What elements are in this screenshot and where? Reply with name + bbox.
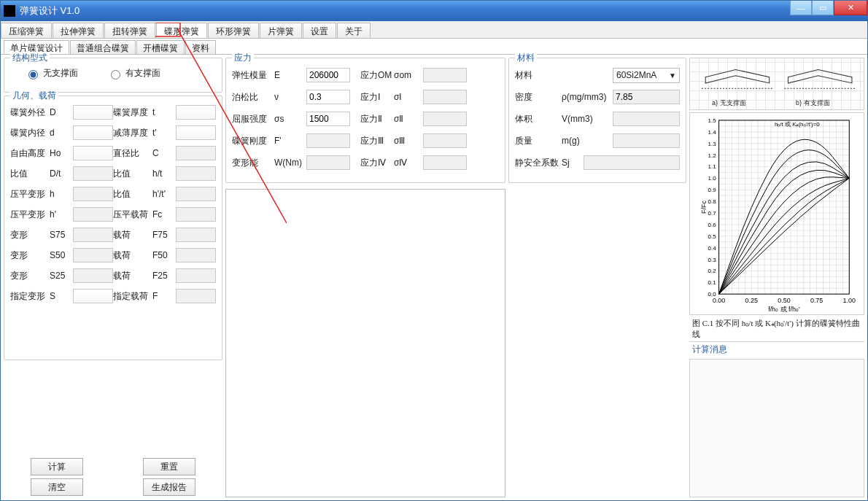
radio-with-support[interactable]: 有支撑面 xyxy=(107,67,160,79)
tab-torsion[interactable]: 扭转弹簧 xyxy=(104,23,155,38)
geom-label: 指定变形 xyxy=(10,290,47,303)
geom-input-d[interactable] xyxy=(73,125,113,140)
geom-input-h/t xyxy=(176,166,216,181)
close-button[interactable]: ✕ xyxy=(834,1,867,15)
svg-text:0.6: 0.6 xyxy=(708,222,717,228)
geom-input-t'[interactable] xyxy=(176,125,216,140)
geom-symbol: h/t xyxy=(152,168,173,179)
tab-ring[interactable]: 环形弹簧 xyxy=(208,23,259,38)
geom-symbol: t' xyxy=(152,128,173,138)
clear-button[interactable]: 清空 xyxy=(31,478,83,496)
geom-input-h xyxy=(73,187,113,201)
svg-text:0.9: 0.9 xyxy=(708,187,717,193)
message-title: 计算消息 xyxy=(689,342,864,357)
geom-input-S50 xyxy=(73,248,113,263)
stress-symbol: ν xyxy=(274,92,303,102)
geom-label: 压平变形 xyxy=(10,188,47,201)
geom-symbol: h' xyxy=(50,209,70,220)
svg-text:0.4: 0.4 xyxy=(708,245,717,252)
geom-symbol: S25 xyxy=(50,271,70,281)
reset-button[interactable]: 重置 xyxy=(143,458,195,475)
stress-input-F' xyxy=(306,133,350,148)
geom-label: 减薄厚度 xyxy=(113,127,150,139)
safety-symbol: Sj xyxy=(562,158,581,168)
subtab-slotted[interactable]: 开槽碟簧 xyxy=(136,40,185,54)
geom-input-F50 xyxy=(176,248,216,263)
stress-label: 变形能 xyxy=(232,157,271,169)
geom-input-h'/t' xyxy=(176,187,216,201)
subtab-reference[interactable]: 资料 xyxy=(185,40,216,54)
stress-input-E[interactable] xyxy=(306,68,350,82)
radio-no-support[interactable]: 无支撑面 xyxy=(25,67,78,79)
geom-label: 比值 xyxy=(113,168,150,180)
maximize-button[interactable]: ▭ xyxy=(812,1,834,15)
stress-output-σⅡ xyxy=(423,112,467,126)
density-input[interactable] xyxy=(613,90,680,104)
volume-unit: V(mm3) xyxy=(562,114,610,124)
titlebar: 弹簧设计 V1.0 — ▭ ✕ xyxy=(1,1,867,21)
svg-text:h₀/t 或 K₄(h₀'/t')=0: h₀/t 或 K₄(h₀'/t')=0 xyxy=(775,121,820,128)
mass-input xyxy=(613,133,680,148)
geom-input-D/t xyxy=(73,166,113,181)
tab-compression[interactable]: 压缩弹簧 xyxy=(1,23,52,38)
minimize-button[interactable]: — xyxy=(790,1,812,15)
geom-label: 载荷 xyxy=(113,249,150,262)
svg-text:f/h₀ 或 f/h₀': f/h₀ 或 f/h₀' xyxy=(768,306,800,313)
chart-box: 0.000.250.500.751.000.00.10.20.30.40.50.… xyxy=(689,112,864,315)
report-button[interactable]: 生成报告 xyxy=(143,478,195,496)
radio-no-support-input[interactable] xyxy=(28,70,38,79)
stress-output-σom xyxy=(423,68,467,82)
svg-text:0.25: 0.25 xyxy=(745,297,758,304)
stress-label: 屈服强度 xyxy=(232,113,271,125)
stress-symbol-right: σom xyxy=(394,70,423,80)
tab-settings[interactable]: 设置 xyxy=(303,23,336,38)
geom-label: 碟簧外径 xyxy=(10,106,47,119)
svg-text:0.50: 0.50 xyxy=(778,297,790,304)
material-title: 材料 xyxy=(515,52,537,64)
geom-symbol: S75 xyxy=(50,230,70,240)
structure-group: 结构型式 无支撑面 有支撑面 xyxy=(4,58,222,93)
geom-label: 压平载荷 xyxy=(113,209,150,221)
stress-symbol: W(Nm) xyxy=(274,158,303,168)
geom-symbol: Ho xyxy=(50,148,70,158)
diagram-cap-left: a) 无支撑面 xyxy=(712,98,746,108)
geom-label: 变形 xyxy=(10,249,47,262)
geom-label: 载荷 xyxy=(113,229,150,241)
geom-input-Ho[interactable] xyxy=(73,146,113,160)
stress-label: 弹性模量 xyxy=(232,69,271,82)
geom-input-F xyxy=(176,289,216,303)
radio-with-support-input[interactable] xyxy=(111,70,120,79)
diagram-cap-right: b) 有支撑面 xyxy=(796,98,830,108)
svg-text:0.3: 0.3 xyxy=(708,257,717,263)
geom-input-D[interactable] xyxy=(73,105,113,120)
geom-label: 变形 xyxy=(10,229,47,241)
volume-input xyxy=(613,112,680,126)
geom-symbol: D/t xyxy=(50,168,70,179)
stress-label: 碟簧刚度 xyxy=(232,135,271,147)
geom-input-S[interactable] xyxy=(73,289,113,303)
subtab-combined[interactable]: 普通组合碟簧 xyxy=(70,40,136,54)
stress-input-ν[interactable] xyxy=(306,90,350,104)
stress-input-σs[interactable] xyxy=(306,112,350,126)
material-select[interactable]: 60Si2MnA ▼ xyxy=(613,68,680,83)
tab-leaf[interactable]: 片弹簧 xyxy=(260,23,302,38)
tab-disc[interactable]: 碟形弹簧 xyxy=(156,23,207,38)
stress-symbol-right: σⅣ xyxy=(394,158,423,168)
preview-panel xyxy=(225,189,505,497)
geom-symbol: t xyxy=(152,107,173,117)
svg-text:1.00: 1.00 xyxy=(843,297,856,304)
geom-symbol: F25 xyxy=(152,271,173,281)
tab-extension[interactable]: 拉伸弹簧 xyxy=(53,23,104,38)
stress-symbol-right: σⅠ xyxy=(394,92,423,102)
stress-output-σⅣ xyxy=(423,155,467,170)
geom-label: 直径比 xyxy=(113,147,150,160)
geom-input-t[interactable] xyxy=(176,105,216,120)
geom-input-h' xyxy=(73,207,113,222)
stress-label: 泊松比 xyxy=(232,91,271,104)
stress-label-right: 应力Ⅳ xyxy=(360,157,394,169)
svg-text:0.8: 0.8 xyxy=(708,198,717,205)
geom-symbol: F75 xyxy=(152,230,173,240)
calc-button[interactable]: 计算 xyxy=(31,458,83,475)
tab-about[interactable]: 关于 xyxy=(337,23,371,38)
geom-symbol: d xyxy=(50,128,70,138)
